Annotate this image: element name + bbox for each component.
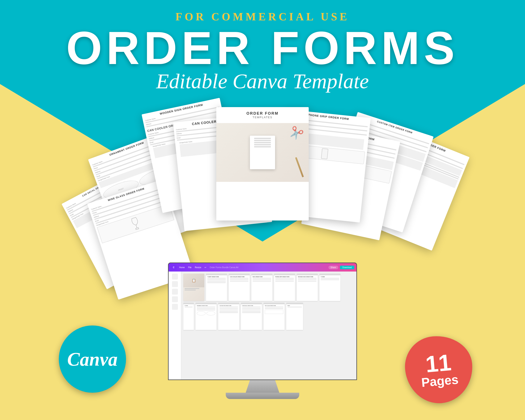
canva-badge[interactable]: Canva [59,326,126,393]
commercial-label: FOR COMMERCIAL USE [0,10,525,23]
monitor-pages: 📋 T SHIRT ORDER FORM [181,271,356,380]
pages-label: Pages [421,373,459,389]
pages-row-2: S FORM ORNAMENT ORDER FORM [183,303,354,330]
sidebar-icon-5 [172,304,178,310]
page-thumb-pint-glass[interactable]: PINT GLASS ORDER FORM [263,303,285,330]
page-thumb-tshirt[interactable]: T SHIRT ORDER FORM [206,274,227,301]
monitor-sidebar [169,271,181,380]
monitor-stand [242,380,283,393]
page-thumb-ornament[interactable]: ORNAMENT ORDER FORM [196,303,216,330]
sidebar-icon-2 [172,281,178,287]
page-thumb-custom-item[interactable]: CUSTOM ITEM ORDER FORM [218,303,239,330]
page-thumb-mask[interactable]: MASK [286,303,303,330]
canva-toolbar: C Home File Resize ↩ Order Forms Bundle … [169,263,356,271]
page-thumb-extra[interactable]: T FORM [319,274,340,301]
pages-number: 11 [425,351,452,376]
page-thumb-phone-grip[interactable]: PHONE GRIP ORDER FORM [274,274,295,301]
canva-badge-text: Canva [67,348,118,370]
page-thumb-car-decal[interactable]: CAR DECAL ORDER FORM [241,303,262,330]
monitor-container: C Home File Resize ↩ Order Forms Bundle … [168,262,357,399]
canva-filename: Order Forms Bundle Canva A4 [210,266,238,269]
pages-badge-inner: 11 Pages [419,350,459,389]
cover-subtitle: TEMPLATES [221,116,304,119]
download-btn[interactable]: Download [340,266,354,269]
page-thumb-partial[interactable]: S FORM [183,303,194,330]
page-thumb-mug[interactable]: MUG ORDER FORM [251,274,272,301]
monitor-content: 📋 T SHIRT ORDER FORM [169,271,356,380]
cover-title: ORDER FORM [221,111,304,116]
sidebar-icon-1 [172,274,178,280]
monitor-screen: C Home File Resize ↩ Order Forms Bundle … [168,262,357,380]
monitor-base [226,393,299,399]
sidebar-icon-4 [172,296,178,302]
main-title: ORDER FORMS [0,25,525,71]
share-btn[interactable]: Share [328,266,338,269]
page-thumb-cover[interactable]: 📋 [183,274,204,301]
page-thumb-can-cooler[interactable]: CAN COOLER ORDER FORM [229,274,250,301]
doc-order-form-cover: ORDER FORM TEMPLATES ✂️ [216,107,309,221]
header-area: FOR COMMERCIAL USE ORDER FORMS Editable … [0,10,525,93]
page-thumb-wooden-sign[interactable]: WOODEN SIGN ORDER FORM [297,274,318,301]
pages-row-1: 📋 T SHIRT ORDER FORM [183,274,354,301]
sidebar-icon-3 [172,289,178,295]
